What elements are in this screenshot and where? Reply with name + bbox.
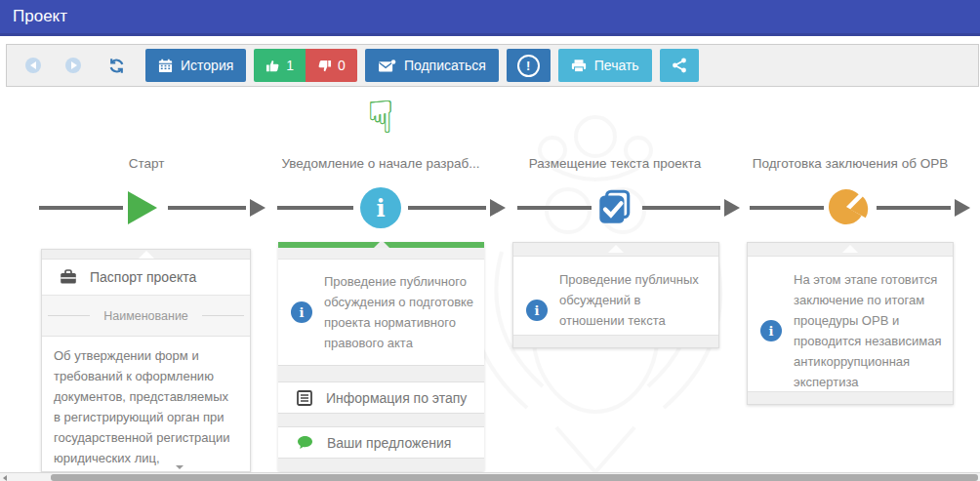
forward-button[interactable] <box>65 58 81 73</box>
timeline-line <box>877 206 951 210</box>
card-bottom-strip <box>513 335 718 347</box>
card-gap <box>278 366 484 382</box>
vote-group: 1 0 <box>254 49 357 82</box>
timeline-line <box>39 206 123 210</box>
passport-section-header: Наименование <box>42 296 250 337</box>
back-button[interactable] <box>25 58 41 73</box>
horizontal-scrollbar[interactable] <box>0 472 980 481</box>
timeline-arrow-icon <box>490 199 506 217</box>
passport-header[interactable]: Паспорт проекта <box>42 260 250 296</box>
share-button[interactable] <box>660 49 699 82</box>
subscribe-button-label: Подписаться <box>404 58 486 73</box>
stage-description: На этом этапе готовится заключение по ит… <box>794 269 943 392</box>
alert-button[interactable]: ! <box>507 49 551 82</box>
timeline-arrow-icon <box>955 199 970 217</box>
dislike-button[interactable]: 0 <box>306 49 357 82</box>
arrow-left-icon <box>30 61 36 69</box>
speech-bubble-icon <box>297 435 313 450</box>
chevron-down-icon <box>176 465 184 469</box>
arrow-right-icon <box>71 61 77 69</box>
proposals-label: Ваши предложения <box>327 435 451 451</box>
card-bottom-strip <box>748 391 953 404</box>
thumb-down-icon <box>317 59 332 73</box>
stage-info-button[interactable]: Информация по этапу <box>278 382 484 414</box>
timeline-line <box>168 206 246 210</box>
stage-description: Проведение публичного обсуждения о подго… <box>324 271 474 353</box>
print-button[interactable]: Печать <box>558 49 652 82</box>
refresh-icon <box>108 58 125 74</box>
stage-orv-marker[interactable] <box>827 185 872 230</box>
card-notch <box>608 245 624 253</box>
info-circle-icon: i <box>526 300 548 321</box>
list-icon <box>297 390 312 406</box>
pie-chart-icon <box>827 185 872 230</box>
toolbar: История 1 0 Подписаться <box>6 44 979 87</box>
print-button-label: Печать <box>594 58 639 73</box>
calendar-icon <box>158 59 173 73</box>
envelope-icon <box>378 59 396 73</box>
timeline-arrow-icon <box>724 199 740 217</box>
like-count: 1 <box>286 58 294 73</box>
scrollbar-thumb[interactable] <box>51 474 978 481</box>
page-header: Проект <box>0 0 980 36</box>
stage-label-text-placement: Размещение текста проекта <box>515 156 715 171</box>
timeline-line <box>750 206 824 210</box>
stage-description-block: i На этом этапе готовится заключение по … <box>748 257 953 405</box>
divider-line <box>48 315 90 316</box>
passport-title: Паспорт проекта <box>90 269 196 285</box>
active-stage-top-bar <box>278 242 484 248</box>
stage-info-label: Информация по этапу <box>326 390 467 406</box>
timeline-line <box>408 206 486 210</box>
card-notch <box>374 242 389 248</box>
passport-text: Об утверждении форм и требований к оформ… <box>42 337 250 472</box>
card-strip <box>278 248 484 259</box>
share-icon <box>672 58 687 73</box>
card-gap <box>278 414 484 427</box>
card-top-strip <box>513 243 718 257</box>
timeline-line <box>642 206 720 210</box>
stage-label-notification: Уведомление о начале разраб... <box>271 156 490 171</box>
stage-notification-marker[interactable]: i <box>360 187 401 228</box>
briefcase-icon <box>60 269 77 285</box>
proposals-button[interactable]: Ваши предложения <box>278 427 484 459</box>
info-circle-icon: i <box>291 301 312 323</box>
timeline-arrow-icon <box>250 199 265 217</box>
passport-card: Паспорт проекта Наименование Об утвержде… <box>41 249 251 472</box>
info-circle-icon: i <box>760 320 782 341</box>
passport-section-label: Наименование <box>103 309 188 323</box>
exclamation-icon: ! <box>517 55 540 77</box>
card-gap <box>278 459 484 471</box>
stage-description-block: i Проведение публичного обсуждения о под… <box>278 259 484 366</box>
card-notch <box>139 251 154 259</box>
subscribe-button[interactable]: Подписаться <box>365 49 499 82</box>
stage-label-start: Старт <box>98 156 195 171</box>
scrollbar-left-arrow[interactable] <box>3 475 7 481</box>
stage-start-marker[interactable] <box>128 191 157 224</box>
card-top-strip <box>748 243 953 257</box>
info-icon: i <box>376 194 385 222</box>
dislike-count: 0 <box>338 58 346 73</box>
timeline-line <box>517 206 592 210</box>
orv-stage-card: i На этом этапе готовится заключение по … <box>747 242 954 405</box>
hand-point-down-icon: ☟ <box>357 95 404 140</box>
refresh-button[interactable] <box>108 58 125 74</box>
divider-line <box>202 315 244 316</box>
text-stage-card: i Проведение публичных обсуждений в отно… <box>512 242 719 348</box>
timeline-line <box>277 206 353 210</box>
history-button-label: История <box>181 58 233 73</box>
page-title: Проект <box>13 7 67 26</box>
thumb-up-icon <box>265 59 280 73</box>
like-button[interactable]: 1 <box>254 49 306 82</box>
card-top-strip <box>42 250 250 260</box>
stage-text-marker[interactable] <box>593 186 634 227</box>
printer-icon <box>571 59 587 73</box>
doc-check-icon <box>593 186 634 227</box>
notification-stage-card: i Проведение публичного обсуждения о под… <box>278 242 484 471</box>
history-button[interactable]: История <box>145 49 246 82</box>
card-notch <box>842 245 858 253</box>
stage-label-orv: Подготовка заключения об ОРВ <box>745 156 956 171</box>
app-window: Проект История <box>0 0 980 481</box>
